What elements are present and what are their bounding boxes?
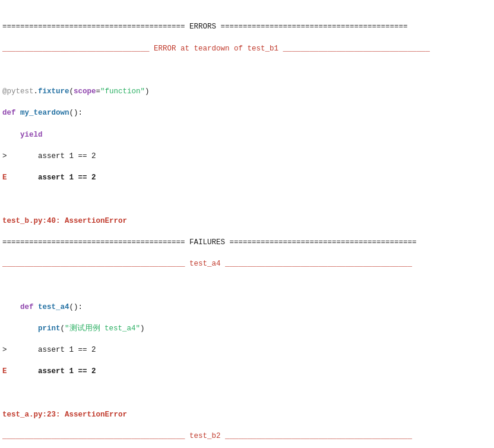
yield-kw: yield: [20, 131, 43, 139]
blank-2: [0, 194, 494, 204]
yield-line: yield: [0, 130, 494, 140]
file-ref-1: test_b.py:40: AssertionError: [0, 216, 494, 226]
error-teardown-separator: _________________________________ ERROR …: [0, 43, 494, 54]
args-2: ():: [69, 303, 83, 311]
scope-val: "function": [100, 87, 145, 96]
test-a4-separator: ________________________________________…: [0, 258, 494, 269]
errors-separator: ========================================…: [0, 21, 494, 32]
terminal-output: ========================================…: [0, 0, 494, 448]
fixture-name: fixture: [38, 87, 69, 96]
eq: =: [96, 87, 101, 96]
dot: .: [34, 87, 39, 96]
test-b2-separator: ________________________________________…: [0, 431, 494, 441]
e-assert-1: E assert 1 == 2: [0, 172, 494, 183]
failures-separator: ========================================…: [0, 237, 494, 248]
rp: ): [140, 324, 145, 333]
gt-assert-2: > assert 1 == 2: [0, 345, 494, 355]
rparen: ): [145, 87, 150, 96]
e-assert-2: E assert 1 == 2: [0, 366, 494, 377]
decorator-text: @pytest: [2, 87, 34, 96]
gt-assert-1: > assert 1 == 2: [0, 151, 494, 162]
print-test-a4: print("测试用例 test_a4"): [0, 323, 494, 334]
e-assert-text-1: assert 1 == 2: [38, 173, 96, 182]
assert-text-1: assert 1 == 2: [38, 152, 96, 160]
def-teardown: def my_teardown():: [0, 108, 494, 118]
def-test-a4: def test_a4():: [0, 302, 494, 313]
print-fn: print: [38, 324, 61, 333]
def-kw-2: def: [20, 303, 34, 311]
file-ref-2: test_a.py:23: AssertionError: [0, 409, 494, 420]
e-assert-text-2: assert 1 == 2: [38, 367, 96, 376]
paren: (: [69, 87, 74, 96]
test-a4-name: test_a4: [38, 303, 69, 311]
blank-4: [0, 388, 494, 399]
lp: (: [61, 324, 65, 333]
def-kw: def: [2, 109, 16, 117]
decorator-line: @pytest.fixture(scope="function"): [0, 86, 494, 97]
teardown-name: my_teardown: [20, 109, 69, 117]
print-str-a4: "测试用例 test_a4": [65, 324, 140, 333]
assert-text-2: assert 1 == 2: [38, 346, 96, 354]
blank-3: [0, 280, 494, 291]
blank-line: [0, 65, 494, 75]
args: ():: [69, 109, 83, 117]
scope-kw: scope: [74, 87, 96, 96]
